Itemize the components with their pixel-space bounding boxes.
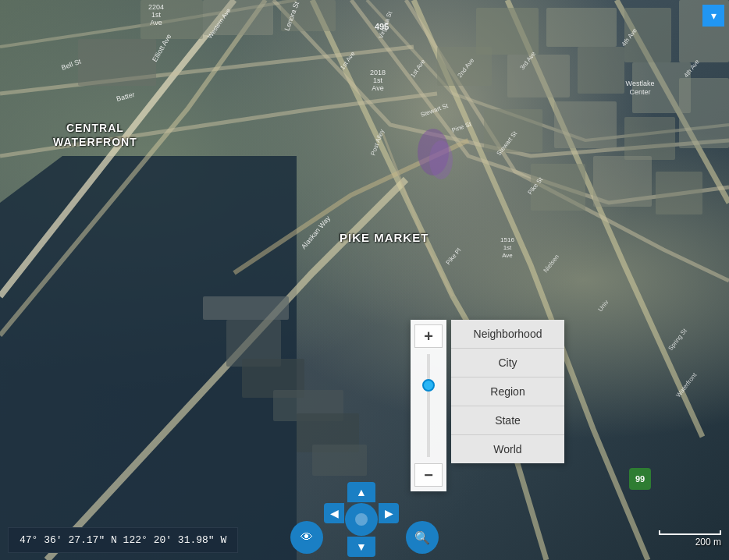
scale-bar: 200 m [659, 530, 721, 548]
nav-right-icon: ▶ [385, 507, 393, 519]
nav-left-button[interactable]: ◀ [324, 503, 344, 523]
nav-up-icon: ▲ [356, 486, 367, 498]
zoom-menu-item-neighborhood[interactable]: Neighborhood [451, 320, 564, 349]
nav-left-icon: ◀ [330, 507, 339, 519]
nav-controls: ▲ ◀ ▶ ▼ [324, 482, 399, 557]
zoom-level-menu: Neighborhood City Region State World [451, 320, 564, 463]
nav-center-button[interactable] [345, 503, 378, 536]
eye-icon: 👁 [300, 530, 313, 544]
zoom-in-button[interactable]: + [414, 324, 443, 348]
bottom-toolbar: 47° 36' 27.17" N 122° 20' 31.98" W 👁 ▲ ◀… [0, 519, 729, 560]
nav-up-button[interactable]: ▲ [347, 482, 375, 502]
collapse-button[interactable] [702, 5, 724, 27]
zoom-menu-item-region[interactable]: Region [451, 377, 564, 406]
zoom-slider-thumb[interactable] [422, 379, 435, 392]
nav-down-icon: ▼ [356, 541, 367, 553]
nav-right-button[interactable]: ▶ [379, 503, 399, 523]
scale-label: 200 m [695, 537, 721, 548]
zoom-menu-item-world[interactable]: World [451, 435, 564, 463]
coordinates-display: 47° 36' 27.17" N 122° 20' 31.98" W [8, 527, 238, 553]
highway-badge: 99 [629, 468, 651, 490]
eye-button[interactable]: 👁 [290, 521, 323, 554]
zoom-menu-item-city[interactable]: City [451, 349, 564, 377]
nav-down-button[interactable]: ▼ [347, 537, 375, 557]
scale-line [659, 530, 721, 535]
nav-middle-row: ◀ ▶ [324, 503, 399, 536]
zoom-slider-track[interactable] [427, 354, 430, 457]
water-area [0, 156, 297, 560]
nav-center-dot [355, 513, 368, 526]
zoom-menu-item-state[interactable]: State [451, 406, 564, 435]
zoom-panel: + − [411, 320, 446, 491]
map-container: Bell St Batter Elliott Ave Western Ave L… [0, 0, 729, 560]
zoom-out-button[interactable]: − [414, 463, 443, 487]
search-button[interactable]: 🔍 [406, 521, 439, 554]
search-icon: 🔍 [414, 530, 430, 545]
